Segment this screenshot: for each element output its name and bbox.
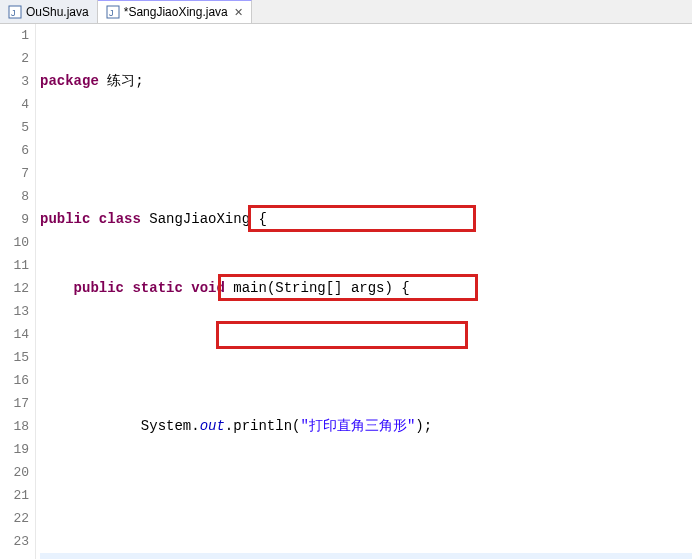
line-number: 8: [0, 185, 29, 208]
line-number: 17: [0, 392, 29, 415]
code-line-8[interactable]: [40, 553, 692, 559]
code-line-7[interactable]: [40, 484, 692, 507]
code-line-6[interactable]: System.out.println("打印直角三角形");: [40, 415, 692, 438]
line-number: 2: [0, 47, 29, 70]
tab-oushu[interactable]: J OuShu.java: [0, 0, 98, 23]
java-file-icon: J: [106, 5, 120, 19]
line-number: 16: [0, 369, 29, 392]
tab-sangjiaoxing[interactable]: J *SangJiaoXing.java ✕: [98, 0, 252, 23]
tab-label: *SangJiaoXing.java: [124, 5, 228, 19]
line-number: 5: [0, 116, 29, 139]
highlight-box-inner-loop: [216, 321, 468, 349]
line-number: 11: [0, 254, 29, 277]
code-line-1[interactable]: package 练习;: [40, 70, 692, 93]
line-number: 21: [0, 484, 29, 507]
editor-tabs: J OuShu.java J *SangJiaoXing.java ✕: [0, 0, 692, 24]
line-number: 18: [0, 415, 29, 438]
java-file-icon: J: [8, 5, 22, 19]
code-line-3[interactable]: public class SangJiaoXing {: [40, 208, 692, 231]
code-editor[interactable]: 1 2 3 4 5 6 7 8 9 10 11 12 13 14 15 16 1…: [0, 24, 692, 559]
code-line-2[interactable]: [40, 139, 692, 162]
line-number: 19: [0, 438, 29, 461]
line-number: 3: [0, 70, 29, 93]
line-number: 14: [0, 323, 29, 346]
line-number: 22: [0, 507, 29, 530]
line-number-gutter: 1 2 3 4 5 6 7 8 9 10 11 12 13 14 15 16 1…: [0, 24, 36, 559]
line-number: 4: [0, 93, 29, 116]
line-number: 12: [0, 277, 29, 300]
line-number: 23: [0, 530, 29, 553]
svg-text:J: J: [11, 8, 16, 18]
code-line-5[interactable]: [40, 346, 692, 369]
line-number: 1: [0, 24, 29, 47]
line-number: 6: [0, 139, 29, 162]
line-number: 9: [0, 208, 29, 231]
line-number: 20: [0, 461, 29, 484]
svg-text:J: J: [109, 8, 114, 18]
line-number: 15: [0, 346, 29, 369]
tab-label: OuShu.java: [26, 5, 89, 19]
line-number: 13: [0, 300, 29, 323]
line-number: 7: [0, 162, 29, 185]
line-number: 10: [0, 231, 29, 254]
code-area[interactable]: package 练习; public class SangJiaoXing { …: [36, 24, 692, 559]
close-icon[interactable]: ✕: [234, 6, 243, 19]
code-line-4[interactable]: public static void main(String[] args) {: [40, 277, 692, 300]
